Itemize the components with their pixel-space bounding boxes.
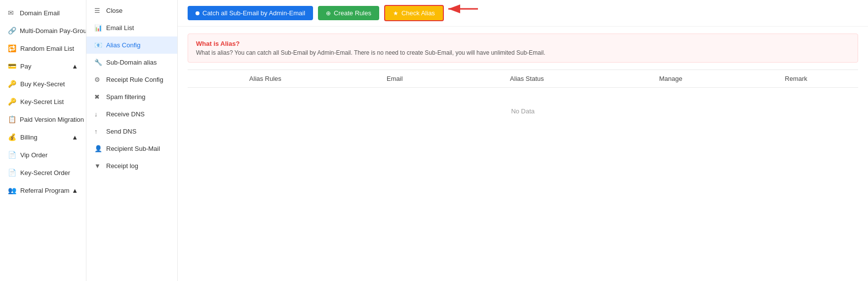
receipt-rule-icon: ⚙ [94, 76, 102, 83]
col-remark: Remark [734, 70, 858, 88]
sidebar-item-multi-domain[interactable]: 🔗 Multi-Domain Pay-Group [0, 22, 86, 39]
pay-icon: 💳 [8, 62, 16, 70]
referral-arrow-icon: ▲ [72, 187, 78, 194]
email-list-icon: 📊 [94, 24, 102, 32]
check-alias-star-icon: ★ [393, 10, 398, 17]
check-alias-button[interactable]: ★ Check Alias [384, 5, 444, 21]
submenu-item-recipient-sub-mail[interactable]: 👤 Recipient Sub-Mail [86, 140, 177, 157]
billing-icon: 💰 [8, 133, 16, 141]
sidebar: ✉ Domain Email 🔗 Multi-Domain Pay-Group … [0, 0, 86, 281]
paid-migration-icon: 📋 [8, 115, 16, 123]
main-content: Catch all Sub-Email by Admin-Email ⊕ Cre… [178, 0, 868, 281]
table-header-row: Alias Rules Email Alias Status Manage Re… [188, 70, 858, 88]
submenu: ☰ Close 📊 Email List 📧 Alias Config 🔧 Su… [86, 0, 178, 281]
col-alias-rules: Alias Rules [188, 70, 343, 88]
sidebar-item-key-secret-list[interactable]: 🔑 Key-Secret List [0, 93, 86, 110]
random-email-icon: 🔁 [8, 44, 16, 52]
sidebar-item-vip-order[interactable]: 📄 Vip Order [0, 146, 86, 164]
send-dns-icon: ↑ [94, 128, 102, 135]
key-secret-list-icon: 🔑 [8, 98, 16, 105]
col-email: Email [343, 70, 446, 88]
submenu-item-spam-filtering[interactable]: ✖ Spam filtering [86, 88, 177, 105]
recipient-sub-mail-icon: 👤 [94, 145, 102, 152]
alias-config-icon: 📧 [94, 41, 102, 49]
red-arrow-annotation [443, 0, 483, 18]
check-alias-wrapper: ★ Check Alias [384, 5, 444, 21]
billing-arrow-icon: ▲ [72, 134, 78, 141]
create-rules-button[interactable]: ⊕ Create Rules [318, 6, 379, 20]
submenu-item-email-list[interactable]: 📊 Email List [86, 19, 177, 36]
sidebar-item-random-email[interactable]: 🔁 Random Email List [0, 39, 86, 57]
col-alias-status: Alias Status [446, 70, 607, 88]
key-secret-order-icon: 📄 [8, 169, 16, 176]
pay-arrow-icon: ▲ [72, 63, 78, 70]
alias-table: Alias Rules Email Alias Status Manage Re… [188, 70, 858, 135]
sidebar-item-domain-email[interactable]: ✉ Domain Email [0, 4, 86, 22]
vip-order-icon: 📄 [8, 151, 16, 159]
table-empty-row: No Data [188, 88, 858, 135]
sub-domain-alias-icon: 🔧 [94, 59, 102, 66]
col-manage: Manage [607, 70, 734, 88]
catch-all-dot-icon [196, 11, 199, 15]
sidebar-item-referral[interactable]: 👥 Referral Program ▲ [0, 181, 86, 199]
table-empty-text: No Data [188, 88, 858, 135]
multi-domain-icon: 🔗 [8, 27, 16, 35]
sidebar-item-key-secret-order[interactable]: 📄 Key-Secret Order [0, 164, 86, 181]
receipt-log-icon: ▼ [94, 162, 102, 170]
submenu-item-receipt-log[interactable]: ▼ Receipt log [86, 157, 177, 175]
info-description: What is alias? You can catch all Sub-Ema… [196, 49, 850, 56]
submenu-item-sub-domain-alias[interactable]: 🔧 Sub-Domain alias [86, 54, 177, 71]
catch-all-button[interactable]: Catch all Sub-Email by Admin-Email [188, 6, 313, 20]
info-box: What is Alias? What is alias? You can ca… [188, 34, 858, 63]
submenu-item-send-dns[interactable]: ↑ Send DNS [86, 123, 177, 140]
table-area: Alias Rules Email Alias Status Manage Re… [178, 70, 868, 135]
close-icon: ☰ [94, 7, 102, 14]
sidebar-item-buy-key-secret[interactable]: 🔑 Buy Key-Secret [0, 75, 86, 93]
referral-icon: 👥 [8, 186, 16, 194]
submenu-item-receive-dns[interactable]: ↓ Receive DNS [86, 105, 177, 123]
create-rules-icon: ⊕ [326, 10, 331, 17]
toolbar: Catch all Sub-Email by Admin-Email ⊕ Cre… [178, 0, 868, 27]
submenu-item-receipt-rule-config[interactable]: ⚙ Receipt Rule Config [86, 71, 177, 88]
submenu-item-close[interactable]: ☰ Close [86, 2, 177, 19]
submenu-item-alias-config[interactable]: 📧 Alias Config [86, 36, 177, 54]
receive-dns-icon: ↓ [94, 110, 102, 118]
sidebar-item-billing[interactable]: 💰 Billing ▲ [0, 128, 86, 146]
sidebar-item-pay[interactable]: 💳 Pay ▲ [0, 57, 86, 75]
info-title: What is Alias? [196, 40, 850, 47]
sidebar-item-paid-version-migration[interactable]: 📋 Paid Version Migration [0, 110, 86, 128]
buy-key-icon: 🔑 [8, 80, 16, 88]
spam-filtering-icon: ✖ [94, 93, 102, 101]
domain-email-icon: ✉ [8, 9, 16, 17]
